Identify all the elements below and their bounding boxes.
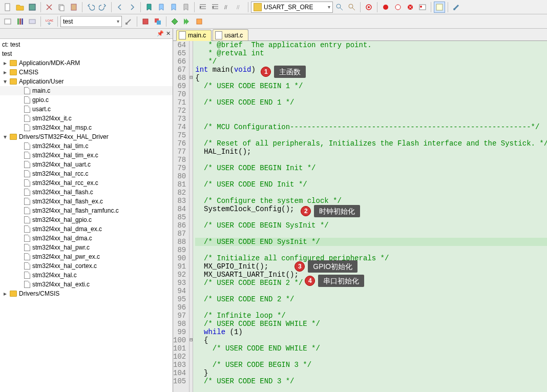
comment-icon[interactable]: // (222, 2, 233, 13)
code-line[interactable]: /* USER CODE BEGIN 1 */ (195, 82, 547, 90)
code-line[interactable]: { (195, 336, 547, 344)
tree-folder[interactable]: ▸Application/MDK-ARM (0, 58, 173, 68)
code-lines[interactable]: * @brief The application entry point. * … (193, 41, 547, 392)
code-line[interactable]: /* USER CODE BEGIN 3 */ (195, 361, 547, 369)
undo-icon[interactable] (85, 2, 96, 13)
code-line[interactable] (195, 115, 547, 123)
pin-icon[interactable]: 📌 (157, 30, 164, 37)
build-icon[interactable] (140, 16, 151, 27)
tree-folder[interactable]: ▸Drivers/CMSIS (0, 289, 173, 298)
breakpoint-window-icon[interactable] (417, 2, 428, 13)
expander-icon[interactable]: ▸ (2, 60, 8, 66)
editor-tab[interactable]: usart.c (213, 29, 248, 40)
tree-file[interactable]: stm32f4xx_hal_cortex.c (0, 261, 173, 271)
code-line[interactable]: { (195, 74, 547, 82)
code-line[interactable]: * @brief The application entry point. (195, 41, 547, 49)
code-line[interactable]: * @retval int (195, 49, 547, 57)
tree-file[interactable]: stm32f4xx_hal_dma_ex.c (0, 224, 173, 234)
bookmark-set-icon[interactable] (143, 2, 155, 13)
code-line[interactable] (195, 246, 547, 254)
expander-icon[interactable]: ▸ (2, 70, 8, 75)
tree-file[interactable]: stm32f4xx_hal.c (0, 271, 173, 280)
tree-file[interactable]: stm32f4xx_hal_flash_ramfunc.c (0, 206, 173, 215)
tree-folder[interactable]: ▸CMSIS (0, 68, 173, 77)
new-file-icon[interactable] (2, 2, 13, 13)
code-line[interactable]: HAL_Init(); (195, 148, 547, 156)
tree-file[interactable]: stm32f4xx_hal_uart.c (0, 160, 173, 169)
tree-file[interactable]: stm32f4xx_hal_tim.c (0, 141, 173, 151)
code-line[interactable]: /* USER CODE END 3 */ (195, 377, 547, 385)
tree-file[interactable]: stm32f4xx_hal_gpio.c (0, 215, 173, 224)
code-line[interactable]: /* USER CODE END Init */ (195, 180, 547, 189)
code-line[interactable] (195, 353, 547, 361)
close-icon[interactable]: ✕ (166, 30, 171, 37)
fold-column[interactable]: ⊟⊟ (190, 41, 193, 392)
code-line[interactable] (195, 189, 547, 197)
project-icon[interactable] (2, 16, 13, 27)
tree-file[interactable]: stm32f4xx_hal_rcc_ex.c (0, 178, 173, 188)
bookmark-clear-icon[interactable] (180, 2, 192, 13)
outdent-icon[interactable] (209, 2, 221, 13)
copy-icon[interactable] (56, 2, 67, 13)
debug-icon[interactable] (363, 2, 374, 13)
expander-icon[interactable]: ▾ (2, 79, 8, 85)
code-line[interactable]: /* USER CODE END 1 */ (195, 98, 547, 107)
tree-file[interactable]: stm32f4xx_hal_exti.c (0, 280, 173, 289)
code-line[interactable]: /* USER CODE END SysInit */ (195, 238, 547, 246)
redo-icon[interactable] (97, 2, 109, 13)
manage-icon[interactable] (27, 16, 38, 27)
code-line[interactable]: /* Reset of all peripherals, Initializes… (195, 139, 547, 148)
code-line[interactable]: } (195, 369, 547, 377)
tree-file[interactable]: usart.c (0, 105, 173, 114)
options-icon[interactable] (123, 16, 134, 27)
project-tree[interactable]: ct: testtest▸Application/MDK-ARM▸CMSIS▾A… (0, 39, 173, 392)
open-icon[interactable] (14, 2, 26, 13)
tree-file[interactable]: stm32f4xx_hal_flash_ex.c (0, 197, 173, 206)
code-line[interactable] (195, 287, 547, 295)
code-line[interactable]: /* USER CODE BEGIN WHILE */ (195, 320, 547, 328)
code-line[interactable]: MX_GPIO_Init(); (195, 262, 547, 271)
breakpoint-disable-icon[interactable] (392, 2, 404, 13)
tree-file[interactable]: stm32f4xx_hal_flash.c (0, 188, 173, 197)
code-line[interactable]: /* Configure the system clock */ (195, 197, 547, 205)
tree-file[interactable]: stm32f4xx_hal_msp.c (0, 123, 173, 132)
code-line[interactable]: /* USER CODE BEGIN Init */ (195, 164, 547, 172)
code-line[interactable]: /* MCU Configuration--------------------… (195, 123, 547, 131)
find-in-files-icon[interactable] (346, 2, 357, 13)
target-combo[interactable]: test (60, 16, 122, 27)
tree-folder[interactable]: ▾Drivers/STM32F4xx_HAL_Driver (0, 132, 173, 141)
code-line[interactable] (195, 107, 547, 115)
code-line[interactable]: /* Infinite loop */ (195, 312, 547, 320)
tree-file[interactable]: main.c (0, 86, 173, 95)
code-line[interactable] (195, 172, 547, 180)
code-area[interactable]: 6465666768697071727374757677787980818283… (173, 41, 547, 392)
code-line[interactable] (195, 303, 547, 312)
tree-file[interactable]: stm32f4xx_hal_rcc.c (0, 169, 173, 178)
code-line[interactable]: /* USER CODE END 2 */ (195, 295, 547, 303)
tree-text[interactable]: test (0, 49, 173, 58)
rebuild-icon[interactable] (152, 16, 163, 27)
expander-icon[interactable]: ▾ (2, 134, 8, 140)
window-layout-icon[interactable] (434, 2, 445, 13)
tree-file[interactable]: stm32f4xx_hal_dma.c (0, 234, 173, 243)
bookmark-next-icon[interactable] (168, 2, 179, 13)
code-line[interactable]: MX_USART1_UART_Init(); (195, 271, 547, 279)
fold-handle[interactable]: ⊟ (190, 336, 193, 344)
translate-icon[interactable] (169, 16, 180, 27)
bookmark-prev-icon[interactable] (156, 2, 167, 13)
code-line[interactable]: /* USER CODE BEGIN 2 */ (195, 279, 547, 287)
expander-icon[interactable]: ▸ (2, 291, 8, 297)
books-icon[interactable] (14, 16, 26, 27)
tree-text[interactable]: ct: test (0, 40, 173, 49)
fold-handle[interactable]: ⊟ (190, 74, 193, 82)
tree-file[interactable]: stm32f4xx_hal_pwr.c (0, 243, 173, 252)
code-line[interactable] (195, 131, 547, 139)
code-line[interactable]: int main(void) (195, 66, 547, 74)
configure-icon[interactable] (451, 2, 462, 13)
save-icon[interactable] (27, 2, 38, 13)
tree-file[interactable]: gpio.c (0, 95, 173, 105)
stop-build-icon[interactable] (194, 16, 205, 27)
breakpoint-kill-icon[interactable] (405, 2, 416, 13)
code-line[interactable]: /* USER CODE END WHILE */ (195, 344, 547, 353)
breakpoint-insert-icon[interactable] (380, 2, 391, 13)
